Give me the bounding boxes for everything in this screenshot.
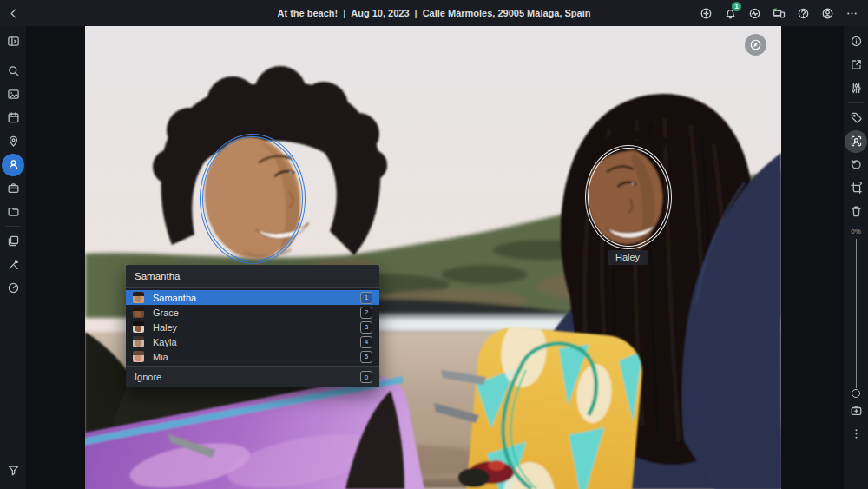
face-zoom-slider[interactable] <box>851 239 861 399</box>
face-search-input[interactable] <box>126 265 379 288</box>
sidebar-item-filter[interactable] <box>2 459 24 481</box>
toolbar-item-open-external[interactable] <box>845 54 867 76</box>
slider-track <box>856 239 857 388</box>
asset-title: At the beach! <box>278 8 339 18</box>
shortcut-badge: 4 <box>360 336 372 348</box>
face-picker-row[interactable]: Kayla 4 <box>126 334 379 349</box>
shortcut-badge: 0 <box>360 371 372 383</box>
toolbar-item-tag[interactable] <box>845 107 867 129</box>
person-avatar <box>133 292 144 303</box>
activity-button[interactable] <box>747 6 761 20</box>
search-icon <box>7 64 20 77</box>
sidebar-item-albums[interactable] <box>2 177 24 200</box>
info-icon <box>850 35 863 48</box>
adjustments-icon <box>850 82 863 95</box>
folders-icon <box>7 205 20 218</box>
shortcut-badge: 5 <box>360 351 372 363</box>
sidebar-item-people[interactable] <box>2 154 24 176</box>
sidebar-item-duplicates[interactable] <box>2 230 24 253</box>
notification-badge: 1 <box>732 2 741 11</box>
people-icon <box>7 158 20 171</box>
slider-knob[interactable] <box>852 389 860 398</box>
crop-rotate-icon <box>850 182 863 195</box>
compass-icon <box>749 38 762 51</box>
navigate-button[interactable] <box>745 34 766 56</box>
toolbar-item-info[interactable] <box>845 30 867 53</box>
person-avatar <box>133 351 144 362</box>
sidebar-item-photos[interactable] <box>2 83 24 106</box>
toolbar-item-crop-rotate[interactable] <box>845 177 867 200</box>
face-picker-row[interactable]: Haley 3 <box>126 320 379 334</box>
face-picker-ignore[interactable]: Ignore 0 <box>126 366 379 387</box>
beach-photo <box>85 26 781 489</box>
duplicates-icon <box>7 235 20 248</box>
add-circle-button[interactable] <box>699 6 713 20</box>
viewer-stage: Haley Samantha 1 Grace 2 Haley 3 Kayla 4… <box>26 26 844 489</box>
person-name: Mia <box>153 352 360 362</box>
shortcut-badge: 2 <box>360 307 372 319</box>
sidebar-item-search[interactable] <box>2 60 24 83</box>
shortcut-badge: 1 <box>360 292 372 304</box>
person-name: Samantha <box>153 293 360 303</box>
more-vertical-icon <box>850 427 863 440</box>
dashboard-icon <box>7 281 20 294</box>
person-avatar <box>133 307 144 318</box>
face-region-haley[interactable] <box>588 148 669 247</box>
face-recognition-icon <box>850 135 863 148</box>
toolbar-item-adjustments[interactable] <box>845 77 867 100</box>
sidebar-item-collapse[interactable] <box>2 30 24 53</box>
face-picker-row[interactable]: Mia 5 <box>126 349 379 364</box>
toolbar-item-face-recognition[interactable] <box>845 130 867 153</box>
face-picker-row[interactable]: Grace 2 <box>126 305 379 320</box>
add-circle-icon <box>700 7 713 20</box>
topbar-actions: 1 <box>699 6 868 20</box>
toolbar-item-more[interactable] <box>845 423 867 446</box>
face-name-label: Haley <box>608 250 648 265</box>
separator: | <box>343 8 345 18</box>
history-undo-icon <box>850 158 863 171</box>
devices-synced-icon <box>773 7 786 20</box>
asset-location: Calle Mármoles, 29005 Málaga, Spain <box>423 8 591 18</box>
sidebar-item-utilities[interactable] <box>2 254 24 276</box>
back-button[interactable] <box>0 0 26 26</box>
account-button[interactable] <box>820 6 834 20</box>
shortcut-badge: 3 <box>360 321 372 334</box>
devices-button[interactable] <box>772 6 786 20</box>
more-button[interactable] <box>845 6 858 20</box>
activity-icon <box>748 7 761 20</box>
person-name: Haley <box>153 322 360 333</box>
notifications-button[interactable]: 1 <box>723 6 737 20</box>
face-picker-list: Samantha 1 Grace 2 Haley 3 Kayla 4 Mia 5 <box>126 288 379 366</box>
account-icon <box>821 7 834 20</box>
face-picker: Samantha 1 Grace 2 Haley 3 Kayla 4 Mia 5… <box>126 265 379 387</box>
photo-canvas: Haley Samantha 1 Grace 2 Haley 3 Kayla 4… <box>85 26 781 489</box>
photos-icon <box>7 88 20 101</box>
person-name: Kayla <box>153 337 360 347</box>
sidebar-item-calendar[interactable] <box>2 107 24 129</box>
person-avatar <box>133 321 144 333</box>
right-toolbar: 0% <box>844 26 868 489</box>
toolbar-item-camera-add[interactable] <box>845 400 867 422</box>
toolbar-item-trash[interactable] <box>845 201 867 223</box>
sidebar-item-dashboard[interactable] <box>2 277 24 300</box>
face-region-unassigned[interactable] <box>202 136 303 261</box>
divider <box>5 56 21 56</box>
top-bar: At the beach! | Aug 10, 2023 | Calle Már… <box>0 0 868 26</box>
sidebar-item-map[interactable] <box>2 130 24 153</box>
map-pin-icon <box>7 135 20 148</box>
left-sidebar <box>0 26 26 489</box>
face-picker-row[interactable]: Samantha 1 <box>126 290 379 305</box>
open-external-icon <box>850 58 863 71</box>
face-zoom-label: 0% <box>851 228 861 235</box>
chevron-left-icon <box>7 7 20 20</box>
sidebar-item-folders[interactable] <box>2 201 24 223</box>
ignore-label: Ignore <box>135 372 360 382</box>
divider <box>5 226 21 227</box>
person-avatar <box>133 336 144 347</box>
collapse-sidebar-icon <box>7 35 20 48</box>
trash-icon <box>850 205 863 218</box>
help-button[interactable] <box>796 6 810 20</box>
more-horizontal-icon <box>845 7 858 20</box>
toolbar-item-history[interactable] <box>845 154 867 176</box>
calendar-icon <box>7 111 20 124</box>
